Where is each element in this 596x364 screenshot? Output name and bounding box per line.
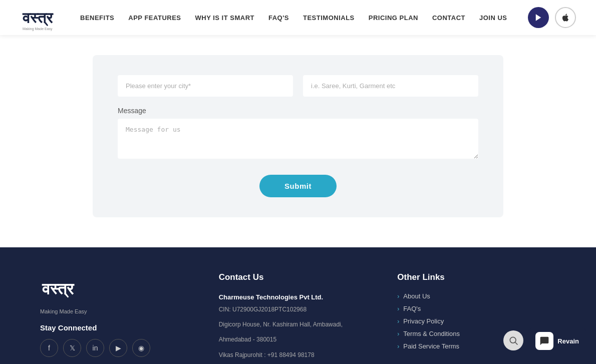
nav-contact[interactable]: CONTACT	[432, 14, 465, 22]
form-row-city-garment	[118, 75, 478, 97]
about-us-link: About Us	[403, 292, 430, 300]
terms-conditions-link: Terms & Conditions	[403, 330, 460, 337]
chat-label: Revain	[557, 337, 579, 345]
svg-line-7	[515, 342, 518, 345]
chevron-icon: ›	[397, 343, 399, 350]
twitter-icon[interactable]: 𝕏	[63, 339, 81, 357]
city-input[interactable]	[118, 75, 293, 97]
nav-actions	[528, 7, 576, 28]
nav-testimonials[interactable]: TESTIMONIALS	[303, 14, 355, 22]
submit-button[interactable]: Submit	[259, 175, 337, 197]
social-icons-row: f 𝕏 in ▶ ◉	[40, 339, 199, 357]
youtube-icon[interactable]: ▶	[109, 339, 127, 357]
city-field-group	[118, 75, 293, 97]
svg-marker-3	[536, 14, 541, 21]
chat-widget: Revain	[503, 327, 586, 354]
form-card: Message Submit	[93, 55, 503, 217]
link-faqs[interactable]: › FAQ's	[397, 305, 556, 312]
svg-text:वस्त्र: वस्त्र	[42, 280, 75, 298]
footer-tagline: Making Made Easy	[40, 308, 199, 314]
stay-connected-label: Stay Connected	[40, 323, 199, 332]
chevron-icon: ›	[397, 293, 399, 300]
header: वस्त्र Making Made Easy BENEFITS APP FEA…	[0, 0, 596, 35]
revain-search-icon[interactable]	[503, 330, 523, 350]
nav-join-us[interactable]: JOIN US	[479, 14, 507, 22]
linkedin-icon[interactable]: in	[86, 339, 104, 357]
nav-why-smart[interactable]: WHY IS IT SMART	[195, 14, 254, 22]
cin-text: CIN: U72900GJ2018PTC102968	[219, 304, 378, 314]
instagram-icon[interactable]: ◉	[132, 339, 150, 357]
contact-form-section: Message Submit	[0, 35, 596, 247]
chevron-icon: ›	[397, 330, 399, 337]
nav-faqs[interactable]: FAQ'S	[268, 14, 289, 22]
submit-row: Submit	[118, 175, 478, 197]
footer-contact-col: Contact Us Charmeuse Technologies Pvt Lt…	[219, 272, 378, 364]
footer-brand-col: वस्त्र Making Made Easy Stay Connected f…	[40, 272, 199, 364]
paid-service-terms-link: Paid Service Terms	[403, 342, 459, 350]
main-content: Message Submit	[0, 0, 596, 247]
garment-input[interactable]	[303, 75, 478, 97]
phone-text: Vikas Rajpurohit : +91 88494 98178	[219, 350, 378, 360]
footer-logo: वस्त्र	[40, 272, 85, 303]
garment-field-group	[303, 75, 478, 97]
link-privacy-policy[interactable]: › Privacy Policy	[397, 317, 556, 325]
header-logo[interactable]: वस्त्र Making Made Easy	[20, 4, 60, 32]
nav-pricing[interactable]: PRICING PLAN	[369, 14, 418, 22]
other-links-title: Other Links	[397, 272, 556, 282]
facebook-icon[interactable]: f	[40, 339, 58, 357]
address-line2: Ahmedabad - 380015	[219, 334, 378, 344]
chevron-icon: ›	[397, 318, 399, 325]
contact-us-title: Contact Us	[219, 272, 378, 282]
google-play-button[interactable]	[528, 7, 549, 28]
footer-grid: वस्त्र Making Made Easy Stay Connected f…	[40, 272, 556, 364]
apple-store-button[interactable]	[555, 7, 576, 28]
chat-bubble[interactable]: Revain	[528, 327, 586, 354]
phone-prefix: Vikas Rajpurohit :	[219, 351, 267, 358]
svg-text:Making Made Easy: Making Made Easy	[23, 27, 53, 31]
company-name: Charmeuse Technologies Pvt Ltd.	[219, 292, 378, 302]
message-textarea[interactable]	[118, 119, 478, 159]
privacy-policy-link: Privacy Policy	[403, 317, 444, 325]
nav-app-features[interactable]: APP FEATURES	[128, 14, 181, 22]
phone-number: +91 88494 98178	[267, 351, 315, 358]
faqs-link: FAQ's	[403, 305, 421, 312]
svg-text:वस्त्र: वस्त्र	[22, 10, 54, 27]
message-label: Message	[118, 107, 478, 115]
address-line1: Digicorp House, Nr. Kashiram Hall, Ambaw…	[219, 319, 378, 329]
main-nav: BENEFITS APP FEATURES WHY IS IT SMART FA…	[80, 14, 528, 22]
svg-point-6	[510, 337, 516, 343]
nav-benefits[interactable]: BENEFITS	[80, 14, 114, 22]
chevron-icon: ›	[397, 305, 399, 312]
link-about-us[interactable]: › About Us	[397, 292, 556, 300]
chat-message-icon	[535, 332, 553, 350]
